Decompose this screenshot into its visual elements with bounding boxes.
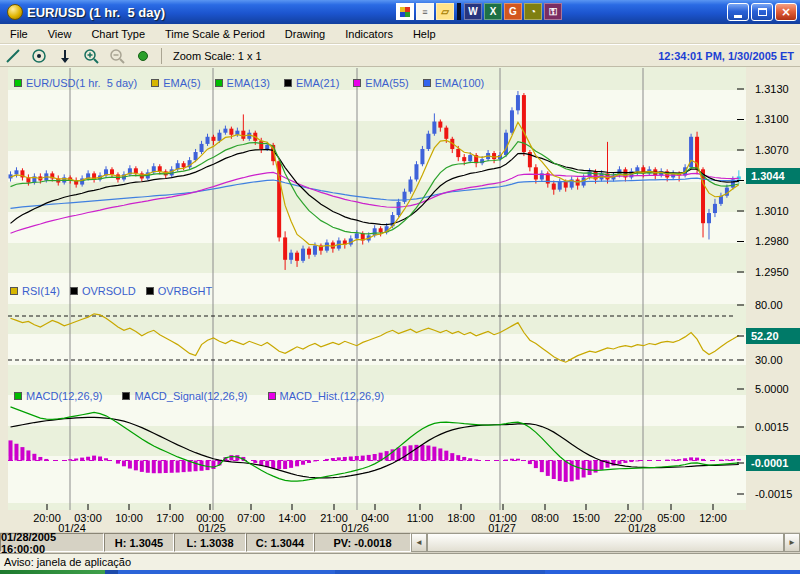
- legend-item: RSI(14): [10, 285, 60, 297]
- macd-legend: MACD(12,26,9)MACD_Signal(12,26,9)MACD_Hi…: [14, 390, 384, 402]
- legend-label: EMA(55): [365, 77, 408, 89]
- time-axis-label: 08:00: [525, 512, 565, 524]
- current-rsi-badge: 52.20: [746, 328, 800, 344]
- color-grid-icon[interactable]: [396, 3, 414, 20]
- menu-chart-type[interactable]: Chart Type: [81, 26, 155, 42]
- legend-label: MACD(12,26,9): [26, 390, 102, 402]
- time-axis-label: 14:00: [272, 512, 312, 524]
- titlebar-quick-icons: ≡ ▱ W X G ◔ ⚿: [396, 3, 562, 20]
- app-logo-icon: [7, 4, 23, 20]
- clock-orange-icon[interactable]: G: [504, 3, 522, 20]
- menu-help[interactable]: Help: [403, 26, 446, 42]
- legend-item: EMA(100): [423, 77, 485, 89]
- horizontal-scrollbar[interactable]: ◄ ►: [411, 533, 800, 552]
- legend-item: EMA(21): [284, 77, 339, 89]
- legend-label: EMA(21): [296, 77, 339, 89]
- chart-plot[interactable]: [0, 67, 746, 532]
- tool-bar: Zoom Scale: 1 x 1 12:34:01 PM, 1/30/2005…: [0, 44, 800, 67]
- taskbar-sliver: [0, 570, 800, 574]
- legend-label: MACD_Signal(12,26,9): [134, 390, 247, 402]
- menu-time-scale-period[interactable]: Time Scale & Period: [155, 26, 275, 42]
- status-low: L: 1.3038: [174, 533, 246, 552]
- legend-color-swatch: [353, 79, 361, 87]
- value-axis: 1.31301.31001.30701.30401.30101.29801.29…: [746, 67, 800, 532]
- current-macd-badge: -0.0001: [746, 455, 800, 471]
- menu-view[interactable]: View: [38, 26, 82, 42]
- legend-color-swatch: [14, 392, 22, 400]
- line-draw-icon[interactable]: [0, 46, 26, 65]
- legend-label: OVRBGHT: [158, 285, 212, 297]
- legend-color-swatch: [423, 79, 431, 87]
- price-axis-label: 1.3130: [755, 83, 789, 95]
- crosshair-icon[interactable]: [26, 46, 52, 65]
- legend-item: EMA(55): [353, 77, 408, 89]
- zoom-out-icon[interactable]: [104, 46, 130, 65]
- scroll-right-icon[interactable]: ►: [784, 533, 800, 552]
- status-high: H: 1.3045: [104, 533, 174, 552]
- taskbar-button-2[interactable]: [335, 570, 545, 574]
- excel-icon[interactable]: X: [484, 3, 502, 20]
- time-axis-label: 18:00: [441, 512, 481, 524]
- menu-bar: File View Chart Type Time Scale & Period…: [0, 24, 800, 44]
- rsi-axis-label: 80.00: [755, 299, 783, 311]
- legend-item: EMA(5): [151, 77, 200, 89]
- price-axis-label: 1.3100: [755, 113, 789, 125]
- notice-bar: Aviso: janela de aplicação: [0, 553, 800, 570]
- date-axis-label: 01/25: [190, 522, 234, 534]
- time-axis-label: 12:00: [693, 512, 733, 524]
- title-bar[interactable]: EUR/USD (1 hr. 5 day) ≡ ▱ W X G ◔ ⚿ ×: [0, 0, 800, 24]
- status-bar: 01/28/2005 16:00:00 H: 1.3045 L: 1.3038 …: [0, 532, 800, 553]
- clock-olive-icon[interactable]: ◔: [524, 3, 542, 20]
- date-axis-label: 01/27: [480, 522, 524, 534]
- status-pv: PV: -0.0018: [314, 533, 411, 552]
- menu-indicators[interactable]: Indicators: [335, 26, 403, 42]
- legend-label: OVRSOLD: [82, 285, 136, 297]
- legend-item: MACD_Hist.(12,26,9): [268, 390, 385, 402]
- close-button[interactable]: ×: [775, 3, 797, 21]
- minimize-button[interactable]: [727, 3, 749, 21]
- down-arrow-icon[interactable]: [52, 46, 78, 65]
- folder-icon[interactable]: ▱: [436, 3, 454, 20]
- rsi-legend: RSI(14)OVRSOLDOVRBGHT: [10, 285, 212, 297]
- legend-item: EUR/USD(1 hr. 5 day): [14, 77, 137, 89]
- price-axis-label: 1.3010: [755, 205, 789, 217]
- legend-color-swatch: [10, 287, 18, 295]
- macd-axis-label: 0.0015: [755, 421, 789, 433]
- menu-drawing[interactable]: Drawing: [275, 26, 335, 42]
- status-bar-time: 01/28/2005 16:00:00: [0, 533, 104, 552]
- taskbar-divider: [105, 570, 118, 574]
- icon-separator: [457, 3, 461, 20]
- legend-color-swatch: [70, 287, 78, 295]
- scrollbar-thumb[interactable]: [427, 533, 784, 552]
- legend-color-swatch: [284, 79, 292, 87]
- green-dot-icon[interactable]: [130, 46, 156, 65]
- restore-button[interactable]: [751, 3, 773, 21]
- status-close: C: 1.3044: [246, 533, 314, 552]
- legend-color-swatch: [122, 392, 130, 400]
- word-icon[interactable]: W: [464, 3, 482, 20]
- legend-color-swatch: [215, 79, 223, 87]
- legend-item: OVRBGHT: [146, 285, 212, 297]
- date-axis-label: 01/24: [50, 522, 94, 534]
- legend-color-swatch: [146, 287, 154, 295]
- taskbar-button-1[interactable]: [118, 570, 335, 574]
- scroll-left-icon[interactable]: ◄: [411, 533, 427, 552]
- key-icon[interactable]: ⚿: [544, 3, 562, 20]
- legend-label: EMA(5): [163, 77, 200, 89]
- legend-color-swatch: [268, 392, 276, 400]
- app-window: EUR/USD (1 hr. 5 day) ≡ ▱ W X G ◔ ⚿ × Fi…: [0, 0, 800, 574]
- time-axis-label: 10:00: [109, 512, 149, 524]
- legend-label: EMA(13): [227, 77, 270, 89]
- legend-label: MACD_Hist.(12,26,9): [280, 390, 385, 402]
- date-axis-label: 01/26: [333, 522, 377, 534]
- legend-item: OVRSOLD: [70, 285, 136, 297]
- time-axis-label: 15:00: [566, 512, 606, 524]
- toolbar-separator: [161, 48, 162, 64]
- price-axis-label: 1.2980: [755, 235, 789, 247]
- legend-item: MACD_Signal(12,26,9): [122, 390, 247, 402]
- start-button-edge[interactable]: [0, 570, 105, 574]
- menu-file[interactable]: File: [0, 26, 38, 42]
- legend-label: RSI(14): [22, 285, 60, 297]
- zoom-in-icon[interactable]: [78, 46, 104, 65]
- notepad-icon[interactable]: ≡: [416, 3, 434, 20]
